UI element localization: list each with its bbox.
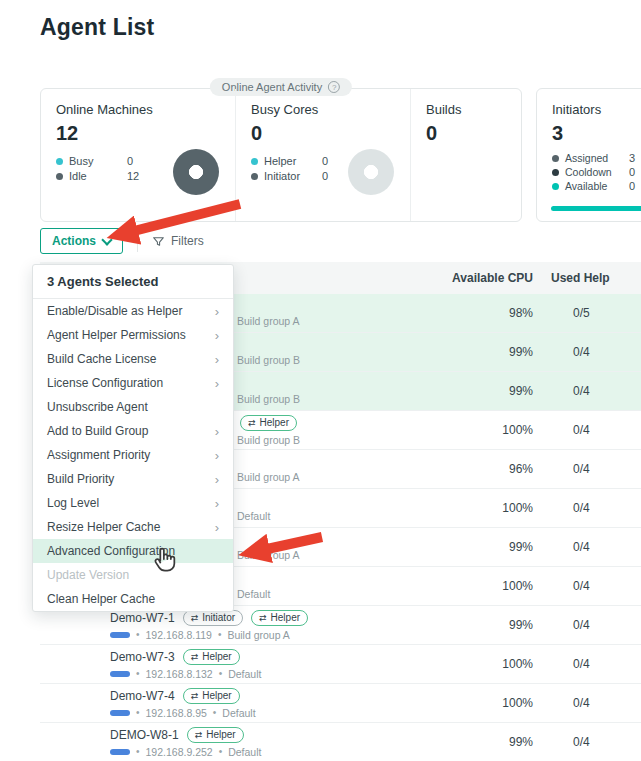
online-machines-value: 12 (56, 122, 220, 145)
submenu-arrow-icon: › (215, 329, 219, 342)
submenu-arrow-icon: › (215, 473, 219, 486)
agent-group: Build group B (237, 354, 300, 366)
initiators-title: Initiators (552, 102, 641, 117)
used-helpers-value: 0/4 (551, 423, 590, 437)
column-used-helpers[interactable]: Used Help (551, 271, 641, 285)
table-row[interactable]: Demo-W7-4 ⇄Helper ⇄ • 192.168.8.95 • Def… (40, 684, 641, 723)
used-helpers-value: 0/4 (551, 696, 590, 710)
menu-item-label: Log Level (47, 496, 99, 510)
legend-label: Available (565, 180, 623, 192)
agent-name: Demo-W7-1 (110, 611, 175, 625)
menu-item[interactable]: License Configuration › (33, 371, 233, 395)
submenu-arrow-icon: › (215, 449, 219, 462)
builds-section: Builds 0 (411, 89, 521, 221)
legend-dot-icon (251, 173, 258, 180)
agent-badge: ⇄Helper (187, 727, 244, 743)
badge-icon: ⇄ (248, 417, 256, 429)
initiators-value: 3 (552, 122, 641, 145)
cpu-usage-bar-icon (110, 632, 130, 638)
legend-value: 0 (629, 166, 635, 178)
bullet-separator: • (213, 707, 217, 718)
menu-item[interactable]: Unsubscribe Agent › (33, 395, 233, 419)
legend-value: 0 (322, 170, 328, 182)
busy-cores-donut-chart (348, 149, 394, 195)
legend-value: 0 (322, 155, 328, 167)
agent-group: Build group B (237, 393, 300, 405)
submenu-arrow-icon: › (215, 425, 219, 438)
table-row[interactable]: Demo-W7-3 ⇄Helper ⇄ • 192.168.8.132 • De… (40, 645, 641, 684)
table-row[interactable]: DEMO-W8-1 ⇄Helper ⇄ • 192.168.9.252 • De… (40, 723, 641, 761)
menu-item[interactable]: Advanced Configuration › (33, 539, 233, 563)
actions-button[interactable]: Actions (40, 228, 123, 254)
agent-badge: ⇄Helper (240, 415, 297, 431)
badge-icon: ⇄ (191, 690, 199, 702)
bullet-separator: • (218, 629, 222, 640)
badge-icon: ⇄ (191, 651, 199, 663)
agent-group: Default (222, 707, 255, 719)
menu-item-label: Agent Helper Permissions (47, 328, 186, 342)
actions-dropdown-menu: 3 Agents Selected Enable/Disable as Help… (32, 264, 234, 612)
badge-label: Helper (260, 417, 289, 429)
legend-label: Assigned (565, 152, 623, 164)
menu-item[interactable]: Assignment Priority › (33, 443, 233, 467)
submenu-arrow-icon: › (215, 353, 219, 366)
available-cpu-value: 99% (428, 345, 533, 359)
used-helpers-value: 0/4 (551, 345, 590, 359)
menu-item[interactable]: Agent Helper Permissions › (33, 323, 233, 347)
legend-value: 3 (629, 152, 635, 164)
agent-ip: 192.168.8.95 (146, 707, 207, 719)
menu-item[interactable]: Update Version › (33, 563, 233, 587)
menu-item-label: Unsubscribe Agent (47, 400, 148, 414)
menu-item[interactable]: Enable/Disable as Helper › (33, 299, 233, 323)
menu-item[interactable]: Clean Helper Cache › (33, 587, 233, 611)
menu-items: Enable/Disable as Helper › Agent Helper … (33, 299, 233, 611)
menu-item[interactable]: Log Level › (33, 491, 233, 515)
column-available-cpu[interactable]: Available CPU (428, 271, 533, 285)
bullet-separator: • (136, 707, 140, 718)
agent-group: Build group B (237, 434, 300, 446)
menu-item[interactable]: Build Cache License › (33, 347, 233, 371)
legend-dot-icon (56, 158, 63, 165)
used-helpers-value: 0/4 (551, 657, 590, 671)
legend-dot-icon (552, 169, 559, 176)
used-helpers-value: 0/4 (551, 735, 590, 749)
agent-group: Build group A (237, 315, 299, 327)
online-machines-donut-chart (173, 149, 219, 195)
filters-button[interactable]: Filters (152, 234, 204, 248)
bullet-separator: • (136, 668, 140, 679)
agent-group: Build group A (237, 549, 299, 561)
filters-label: Filters (171, 234, 204, 248)
toolbar-divider (137, 230, 138, 252)
online-machines-title: Online Machines (56, 102, 220, 117)
menu-item[interactable]: Build Priority › (33, 467, 233, 491)
bullet-separator: • (136, 629, 140, 640)
legend-label: Cooldown (565, 166, 623, 178)
bullet-separator: • (136, 746, 140, 757)
menu-item[interactable]: Add to Build Group › (33, 419, 233, 443)
used-helpers-value: 0/5 (551, 306, 590, 320)
busy-cores-value: 0 (251, 122, 395, 145)
legend-label: Idle (69, 170, 121, 182)
submenu-arrow-icon: › (215, 377, 219, 390)
available-cpu-value: 99% (428, 384, 533, 398)
agent-group: Build group A (227, 629, 289, 641)
agent-badge: ⇄Helper (183, 649, 240, 665)
menu-item-label: Resize Helper Cache (47, 520, 160, 534)
agent-ip: 192.168.8.119 (146, 629, 212, 641)
legend-item: Cooldown 0 (552, 166, 641, 178)
available-cpu-value: 99% (428, 735, 533, 749)
menu-item[interactable]: Resize Helper Cache › (33, 515, 233, 539)
used-helpers-value: 0/4 (551, 540, 590, 554)
busy-cores-title: Busy Cores (251, 102, 395, 117)
legend-value: 12 (127, 170, 139, 182)
menu-header: 3 Agents Selected (33, 265, 233, 299)
available-cpu-value: 99% (428, 618, 533, 632)
badge-label: Helper (271, 612, 300, 624)
chevron-down-icon (101, 234, 112, 245)
used-helpers-value: 0/4 (551, 384, 590, 398)
agent-name: Demo-W7-3 (110, 650, 175, 664)
actions-button-label: Actions (52, 234, 96, 248)
available-cpu-value: 100% (428, 696, 533, 710)
submenu-arrow-icon: › (215, 521, 219, 534)
agent-name: Demo-W7-4 (110, 689, 175, 703)
